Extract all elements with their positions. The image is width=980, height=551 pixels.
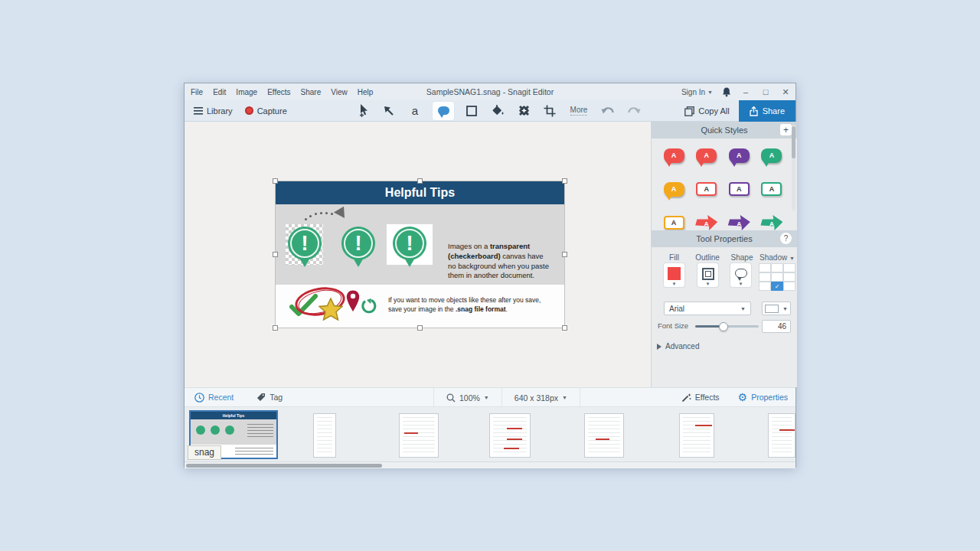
quick-style-arrow[interactable]: A [760,213,783,230]
menu-help[interactable]: Help [358,88,374,96]
dimensions-control[interactable]: 640 x 318px ▼ [502,388,580,407]
menu-view[interactable]: View [331,88,348,96]
fill-picker[interactable]: ▼ [664,263,684,287]
maximize-button[interactable]: □ [760,87,771,96]
notifications-bell-icon[interactable] [722,87,731,97]
selected-image[interactable]: Helpful Tips ! ! ! [276,181,564,328]
font-size-slider[interactable] [695,325,759,328]
quick-style-rect[interactable]: A [760,179,783,199]
quick-style-rect[interactable]: A [662,213,685,230]
outline-label: Outline [691,253,724,262]
properties-button[interactable]: ⚙ Properties [738,392,788,403]
quick-style-arrow[interactable]: A [695,213,718,230]
library-button[interactable]: Library [194,106,233,116]
resize-handle-e[interactable] [562,252,567,257]
help-button[interactable]: ? [780,233,792,244]
fill-tool[interactable] [489,102,506,120]
copy-all-button[interactable]: Copy All [684,106,729,116]
crop-tool[interactable] [541,102,558,120]
add-style-button[interactable]: + [780,124,792,135]
resize-handle-n[interactable] [417,178,423,184]
outline-picker[interactable]: ▼ [697,263,718,287]
quick-styles-grid: A A A [652,139,797,230]
menu-effects[interactable]: Effects [267,88,290,96]
resize-handle-se[interactable] [562,325,567,331]
quick-style-bubble[interactable]: A [662,179,685,199]
bubble-shape: A [664,182,684,197]
text-tool[interactable]: a [407,102,423,120]
recent-button[interactable]: Recent [194,393,234,403]
quick-style-arrow[interactable]: A [727,213,750,230]
menubar: File Edit Image Effects Share View Help [185,88,373,96]
quick-style-rect[interactable]: A [695,179,718,199]
resize-handle-sw[interactable] [273,325,278,331]
resize-handle-s[interactable] [417,325,423,331]
pixelate-icon [518,104,531,117]
tray-scrollbar-thumb[interactable] [186,464,382,468]
font-family-select[interactable]: Arial ▼ [664,302,751,315]
slider-thumb[interactable] [719,322,728,331]
canvas-area[interactable]: Helpful Tips ! ! ! [185,122,652,387]
shadow-label[interactable]: Shadow ▼ [759,253,795,262]
tray-scrollbar[interactable] [185,461,795,468]
thumbnail[interactable] [768,413,795,458]
font-color-picker[interactable]: ▼ [762,302,791,315]
arrow-nw-icon [383,105,395,117]
blur-tool[interactable] [515,102,532,120]
thumbnail[interactable] [489,413,531,458]
advanced-toggle[interactable]: Advanced [657,342,699,350]
effects-button[interactable]: Effects [681,393,720,403]
quick-style-rect[interactable]: A [727,179,750,199]
shape-tool[interactable] [463,102,480,120]
quick-style-bubble[interactable]: A [695,145,718,165]
quick-styles-scrollbar[interactable] [792,125,795,210]
menu-edit[interactable]: Edit [213,88,226,96]
quick-style-bubble[interactable]: A [662,145,685,165]
more-tools-button[interactable]: More [567,102,590,120]
undo-button[interactable] [599,102,616,120]
move-tool[interactable] [354,102,371,120]
expand-triangle-icon [657,344,662,350]
menu-image[interactable]: Image [236,88,257,96]
thumbnail[interactable] [679,413,714,458]
fill-swatch [668,267,681,280]
quick-style-bubble[interactable]: A [727,145,750,165]
capture-button[interactable]: Capture [245,106,287,116]
quick-style-bubble[interactable]: A [760,145,783,165]
close-button[interactable]: ✕ [780,87,791,97]
mini-image-body [191,419,276,445]
shadow-selected-cell[interactable]: ✓ [771,282,783,291]
tag-button[interactable]: Tag [256,393,283,402]
sign-in-button[interactable]: Sign In ▼ [681,88,713,96]
redo-button[interactable] [626,102,642,120]
more-label: More [570,106,588,116]
redo-icon [627,106,641,116]
zoom-control[interactable]: 100% ▼ [434,388,502,407]
shape-picker[interactable]: ▼ [730,263,751,287]
image-title-banner: Helpful Tips [276,181,564,204]
font-size-label: Font Size [658,321,688,330]
text-tool-label: a [412,105,418,116]
thumbnail[interactable] [584,413,624,458]
share-button[interactable]: Share [739,100,795,122]
resize-handle-w[interactable] [273,252,278,257]
wand-icon [681,393,691,403]
resize-handle-nw[interactable] [273,178,278,184]
thumbnail[interactable] [313,413,336,458]
font-size-input[interactable]: 46 [762,320,791,333]
callout-tool[interactable] [433,102,454,120]
menu-file[interactable]: File [191,88,203,96]
zoom-value: 100% [459,393,480,403]
arrow-tool[interactable] [381,102,397,120]
thumbnail[interactable] [399,413,439,458]
resize-handle-ne[interactable] [562,178,567,184]
menu-share[interactable]: Share [301,88,322,96]
library-label: Library [207,106,233,116]
dimensions-value: 640 x 318px [514,393,558,403]
minimize-button[interactable]: – [740,87,751,96]
rect-shape: A [664,216,684,230]
crop-icon [544,105,556,117]
shadow-direction-grid[interactable]: ✓ [759,263,795,291]
shape-bubble-icon [735,269,747,278]
rect-shape: A [696,182,717,196]
